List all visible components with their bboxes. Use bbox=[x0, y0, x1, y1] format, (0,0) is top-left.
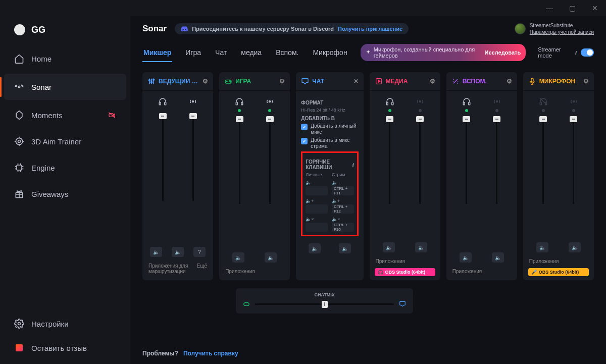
tab-aux[interactable]: Вспом. bbox=[275, 43, 299, 62]
checkbox-icon bbox=[301, 138, 308, 144]
mute-button-stream[interactable]: 🔈 bbox=[172, 247, 184, 257]
sidebar-item-label: Sonar bbox=[31, 83, 52, 91]
sidebar-item-label: Moments bbox=[31, 111, 63, 120]
mute-button-personal[interactable]: 🔈 bbox=[150, 247, 162, 257]
hotkey-input-stream-up[interactable]: CTRL + F12 bbox=[332, 204, 354, 214]
gamepad-icon bbox=[224, 77, 232, 85]
toggle-switch[interactable] bbox=[581, 48, 594, 57]
broadcast-icon[interactable] bbox=[492, 97, 501, 106]
tab-mic[interactable]: Микрофон bbox=[312, 43, 348, 62]
channel-settings-button[interactable]: ⚙ bbox=[203, 78, 208, 85]
footer-help-link[interactable]: Получить справку bbox=[183, 350, 238, 357]
volume-slider-personal[interactable] bbox=[162, 115, 164, 201]
channel-settings-button[interactable]: ⚙ bbox=[507, 78, 512, 85]
app-chip-obs[interactable]: 🎤 OBS Studio (64bit) bbox=[528, 268, 589, 276]
user-area[interactable]: StreamerSubstitute Параметры учетной зап… bbox=[515, 22, 594, 35]
sidebar-item-home[interactable]: Home bbox=[0, 45, 130, 72]
svg-point-39 bbox=[269, 101, 271, 102]
info-icon[interactable]: i bbox=[575, 49, 577, 56]
broadcast-icon[interactable] bbox=[569, 97, 578, 106]
apps-label: Приложения bbox=[376, 258, 406, 264]
maximize-button[interactable]: ▢ bbox=[565, 2, 580, 14]
svg-point-5 bbox=[18, 140, 21, 143]
svg-point-47 bbox=[496, 101, 497, 102]
close-window-button[interactable]: ✕ bbox=[588, 2, 602, 14]
channel-title: ВСПОМ. bbox=[463, 78, 503, 85]
sidebar-item-moments[interactable]: Moments bbox=[0, 102, 130, 128]
svg-point-22 bbox=[18, 323, 21, 325]
sidebar-item-settings[interactable]: Настройки bbox=[0, 311, 130, 336]
volume-slider-personal[interactable] bbox=[389, 118, 390, 204]
app-chip-obs[interactable]: 🎧 OBS Studio (64bit) bbox=[375, 268, 435, 276]
volume-slider-stream[interactable] bbox=[269, 118, 271, 204]
volume-slider-personal[interactable] bbox=[239, 118, 240, 204]
channel-settings-button[interactable]: ⚙ bbox=[430, 78, 435, 85]
broadcast-icon[interactable] bbox=[416, 97, 425, 106]
hotkey-input-stream-mute[interactable]: CTRL + F10 bbox=[332, 223, 354, 232]
chatmix-slider[interactable] bbox=[255, 303, 394, 305]
mute-button-stream[interactable]: 🔈 bbox=[492, 252, 504, 263]
volume-slider-stream[interactable] bbox=[496, 118, 497, 204]
mic-icon bbox=[528, 77, 536, 85]
mute-button-personal[interactable]: 🔈 bbox=[232, 252, 244, 263]
window-titlebar: — ▢ ✕ bbox=[0, 0, 606, 16]
mute-button-personal[interactable]: 🔈 bbox=[309, 243, 321, 253]
svg-rect-46 bbox=[468, 102, 470, 105]
volume-slider-stream[interactable] bbox=[419, 118, 421, 204]
channel-settings-button[interactable]: ⚙ bbox=[279, 78, 285, 85]
vol-mute-icon: 🔈× bbox=[332, 217, 354, 222]
mute-button-stream[interactable]: 🔈 bbox=[569, 242, 581, 252]
help-button[interactable]: ? bbox=[193, 247, 206, 257]
tab-game[interactable]: Игра bbox=[184, 43, 202, 62]
mic-icon: 🎤 bbox=[531, 270, 537, 275]
vol-mute-icon: 🔈× bbox=[306, 217, 328, 222]
streamer-mode-label: Streamer mode bbox=[538, 46, 571, 59]
svg-rect-30 bbox=[165, 102, 166, 105]
checkbox-add-personal[interactable]: Добавить в личный микс bbox=[301, 123, 358, 135]
hotkey-input-stream-down[interactable]: CTRL + F11 bbox=[332, 186, 354, 195]
channel-settings-button[interactable]: ⚙ bbox=[583, 78, 589, 85]
info-icon[interactable]: i bbox=[352, 162, 354, 168]
headphones-off-icon[interactable] bbox=[539, 97, 548, 106]
mute-button-personal[interactable]: 🔈 bbox=[460, 252, 472, 263]
tab-mixer[interactable]: Микшер bbox=[142, 43, 172, 62]
broadcast-icon[interactable] bbox=[188, 97, 197, 106]
checkbox-add-stream[interactable]: Добавить в микс стрима bbox=[301, 137, 358, 149]
account-settings-link[interactable]: Параметры учетной записи bbox=[530, 29, 594, 35]
close-panel-button[interactable]: ✕ bbox=[354, 78, 359, 85]
promo-pill[interactable]: Микрофон, созданный специально для гейме… bbox=[361, 44, 526, 61]
vol-up-icon: 🔈+ bbox=[306, 198, 328, 203]
hotkey-input-personal-up[interactable] bbox=[306, 204, 328, 214]
sidebar-item-sonar[interactable]: Sonar bbox=[4, 74, 126, 100]
headphones-icon[interactable] bbox=[158, 97, 167, 106]
channel-title: МЕДИА bbox=[386, 78, 427, 85]
sidebar-item-aim-trainer[interactable]: 3D Aim Trainer bbox=[0, 128, 130, 154]
mute-button-personal[interactable]: 🔈 bbox=[383, 242, 395, 252]
mute-button-personal[interactable]: 🔈 bbox=[536, 242, 548, 252]
mute-button-stream[interactable]: 🔈 bbox=[339, 243, 351, 253]
discord-invite-pill[interactable]: Присоединитесь к нашему серверу Sonar в … bbox=[175, 23, 409, 34]
mute-button-stream[interactable]: 🔈 bbox=[265, 252, 277, 263]
tab-chat[interactable]: Чат bbox=[214, 43, 228, 62]
volume-slider-personal[interactable] bbox=[542, 118, 544, 204]
sidebar-item-engine[interactable]: Engine bbox=[0, 154, 130, 181]
hotkey-input-personal-mute[interactable] bbox=[306, 223, 328, 232]
sidebar-item-giveaways[interactable]: Giveaways bbox=[0, 181, 130, 207]
checkbox-label: Добавить в личный микс bbox=[311, 123, 358, 135]
apps-more-link[interactable]: Ещё bbox=[197, 263, 207, 274]
broadcast-icon[interactable] bbox=[265, 97, 274, 106]
headphones-icon[interactable] bbox=[462, 97, 471, 106]
hotkey-input-personal-down[interactable] bbox=[306, 186, 328, 195]
discord-join-text: Присоединитесь к нашему серверу Sonar в … bbox=[192, 26, 334, 32]
volume-slider-personal[interactable] bbox=[466, 118, 467, 204]
headphones-icon[interactable] bbox=[235, 97, 244, 106]
volume-slider-stream[interactable] bbox=[192, 115, 194, 201]
svg-point-26 bbox=[149, 80, 150, 81]
minimize-button[interactable]: — bbox=[542, 2, 557, 14]
tab-media[interactable]: медиа bbox=[240, 43, 263, 62]
headphones-icon[interactable] bbox=[385, 97, 394, 106]
chat-icon bbox=[399, 300, 406, 307]
mute-button-stream[interactable]: 🔈 bbox=[415, 242, 427, 252]
sidebar-item-feedback[interactable]: Оставить отзыв bbox=[0, 336, 130, 360]
volume-slider-stream[interactable] bbox=[573, 118, 574, 204]
